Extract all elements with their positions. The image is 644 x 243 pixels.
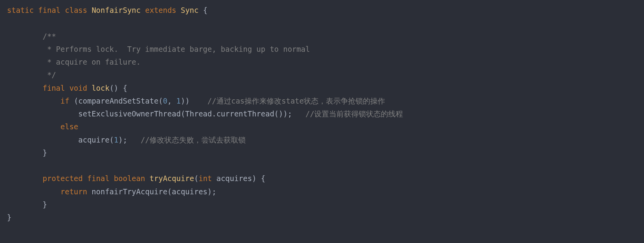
brace-close: } (43, 200, 47, 209)
kw-class: class (65, 6, 87, 14)
method-lock: lock (91, 84, 109, 92)
comment-line: * Performs lock. Try immediate barge, ba… (43, 45, 310, 53)
comment-line: /** (43, 32, 56, 40)
comment-line: */ (43, 70, 56, 79)
type-nonfairsync: NonfairSync (91, 6, 141, 14)
call-nonfair: nonfairTryAcquire(acquires); (87, 187, 216, 196)
parens: () { (109, 84, 127, 92)
brace-close: } (7, 213, 11, 222)
kw-if: if (60, 97, 69, 105)
type-sync: Sync (181, 6, 199, 14)
kw-final: final (43, 84, 65, 92)
call-cas: (compareAndSetState( (74, 97, 163, 105)
call-setowner: setExclusiveOwnerThread(Thread.currentTh… (78, 109, 292, 118)
comma: , (167, 97, 176, 105)
num-one: 1 (114, 136, 118, 144)
comment-owner: //设置当前获得锁状态的线程 (305, 109, 403, 118)
kw-static: static (7, 6, 34, 14)
kw-extends: extends (145, 6, 176, 14)
brace-close: } (43, 148, 47, 157)
param-name: acquires) { (212, 174, 265, 183)
close-paren: ); (118, 136, 127, 144)
kw-void: void (69, 84, 87, 92)
kw-final: final (38, 6, 60, 14)
call-acquire: acquire( (78, 136, 114, 144)
comment-acquire: //修改状态失败，尝试去获取锁 (141, 136, 246, 144)
code-block: static final class NonfairSync extends S… (0, 0, 644, 228)
comment-cas: //通过cas操作来修改state状态，表示争抢锁的操作 (208, 97, 385, 105)
kw-final: final (87, 174, 109, 183)
num-one: 1 (176, 97, 181, 105)
type-int: int (199, 174, 212, 183)
kw-boolean: boolean (114, 174, 145, 183)
brace-open: { (203, 6, 207, 14)
kw-protected: protected (43, 174, 83, 183)
paren-open: ( (194, 174, 199, 183)
kw-return: return (60, 187, 87, 196)
kw-else: else (60, 122, 78, 131)
close-paren: )) (181, 97, 190, 105)
comment-line: * acquire on failure. (43, 58, 141, 66)
num-zero: 0 (163, 97, 167, 105)
method-tryacquire: tryAcquire (150, 174, 194, 183)
